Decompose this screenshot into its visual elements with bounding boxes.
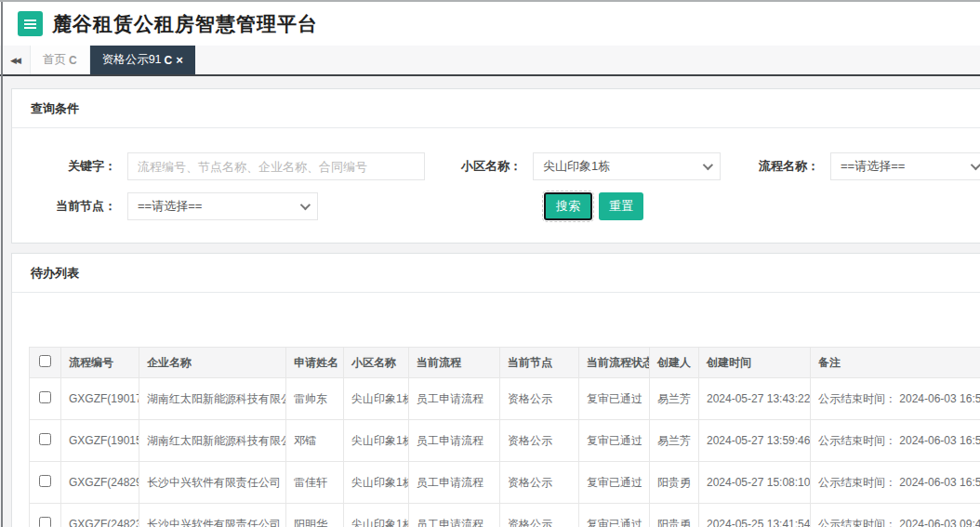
table-cell: 公示结束时间： 2024-06-03 09:43:20 bbox=[811, 504, 980, 527]
table-cell: 复审已通过 bbox=[579, 504, 650, 527]
current-node-select[interactable]: ==请选择== bbox=[127, 192, 318, 220]
row-checkbox-cell bbox=[30, 378, 61, 420]
tab-label: 首页 bbox=[43, 52, 66, 68]
row-checkbox[interactable] bbox=[39, 391, 51, 403]
table-cell: 2024-05-27 13:43:22 bbox=[699, 378, 811, 420]
select-value: 尖山印象1栋 bbox=[543, 158, 695, 175]
column-header: 当前流程 bbox=[409, 348, 500, 378]
table-cell: 复审已通过 bbox=[579, 378, 650, 420]
table-cell: 2024-05-27 13:59:46 bbox=[699, 420, 811, 462]
query-panel: 查询条件 关键字： 小区名称： 尖山印象1栋 流程名称： ==请选择== 当前节… bbox=[11, 88, 980, 244]
todo-table: 流程编号企业名称申请姓名小区名称当前流程当前节点当前流程状态创建人创建时间备注 … bbox=[29, 347, 980, 527]
tab-bar: ◀◀ 首页 C 资格公示91 C × bbox=[0, 46, 980, 76]
table-cell: 2024-05-25 13:41:54 bbox=[699, 504, 811, 527]
tabs-collapse-button[interactable]: ◀◀ bbox=[0, 46, 30, 74]
column-header: 创建人 bbox=[650, 348, 699, 378]
table-cell: 长沙中兴软件有限责任公司 bbox=[139, 504, 286, 527]
tab-home[interactable]: 首页 C bbox=[30, 46, 90, 74]
tab-qualification-publicity[interactable]: 资格公示91 C × bbox=[90, 46, 195, 74]
table-row: GXGZF(24829)长沙中兴软件有限责任公司雷佳轩尖山印象1栋员工申请流程资… bbox=[30, 462, 980, 504]
table-cell: 湖南红太阳新能源科技有限公司 bbox=[139, 378, 286, 420]
refresh-icon[interactable]: C bbox=[165, 54, 173, 67]
query-form: 关键字： 小区名称： 尖山印象1栋 流程名称： ==请选择== 当前节点： ==… bbox=[12, 128, 980, 243]
keyword-input[interactable] bbox=[127, 152, 425, 180]
table-cell: 阳明华 bbox=[286, 504, 344, 527]
table-cell: 公示结束时间： 2024-06-03 16:54:52 bbox=[811, 462, 980, 504]
table-header-row: 流程编号企业名称申请姓名小区名称当前流程当前节点当前流程状态创建人创建时间备注 bbox=[30, 348, 980, 378]
select-all-cell bbox=[30, 348, 61, 378]
column-header: 备注 bbox=[811, 348, 980, 378]
menu-toggle-button[interactable] bbox=[18, 11, 43, 36]
table-cell: GXGZF(19015) bbox=[61, 420, 139, 462]
app-header: 麓谷租赁公租房智慧管理平台 bbox=[0, 2, 980, 46]
select-value: ==请选择== bbox=[138, 198, 293, 215]
row-checkbox-cell bbox=[30, 504, 61, 527]
column-header: 小区名称 bbox=[344, 348, 409, 378]
community-label: 小区名称： bbox=[425, 158, 533, 175]
column-header: 当前流程状态 bbox=[579, 348, 650, 378]
table-cell: 易兰芳 bbox=[650, 420, 699, 462]
refresh-icon[interactable]: C bbox=[69, 54, 77, 67]
community-select[interactable]: 尖山印象1栋 bbox=[533, 152, 721, 180]
table-row: GXGZF(19015)湖南红太阳新能源科技有限公司邓镭尖山印象1栋员工申请流程… bbox=[30, 420, 980, 462]
table-cell: 尖山印象1栋 bbox=[344, 420, 409, 462]
process-name-select[interactable]: ==请选择== bbox=[830, 152, 980, 180]
table-cell: GXGZF(24823) bbox=[61, 504, 139, 527]
column-header: 创建时间 bbox=[699, 348, 811, 378]
table-row: GXGZF(24823)长沙中兴软件有限责任公司阳明华尖山印象1栋员工申请流程资… bbox=[30, 504, 980, 527]
select-all-checkbox[interactable] bbox=[39, 355, 51, 367]
row-checkbox[interactable] bbox=[39, 517, 51, 527]
app-title: 麓谷租赁公租房智慧管理平台 bbox=[52, 11, 318, 37]
search-button[interactable]: 搜索 bbox=[544, 192, 592, 220]
table-cell: 资格公示 bbox=[500, 378, 579, 420]
table-cell: 公示结束时间： 2024-06-03 16:55:03 bbox=[811, 420, 980, 462]
chevron-down-icon bbox=[300, 200, 311, 210]
table-cell: 员工申请流程 bbox=[409, 504, 500, 527]
row-checkbox-cell bbox=[30, 462, 61, 504]
close-icon[interactable]: × bbox=[176, 53, 183, 67]
table-cell: 易兰芳 bbox=[650, 378, 699, 420]
double-left-arrow-icon: ◀◀ bbox=[10, 56, 20, 65]
window-left-edge bbox=[1, 2, 3, 527]
table-cell: 阳贵勇 bbox=[650, 462, 699, 504]
table-cell: 资格公示 bbox=[500, 462, 579, 504]
table-cell: 湖南红太阳新能源科技有限公司 bbox=[139, 420, 286, 462]
table-cell: 雷帅东 bbox=[286, 378, 344, 420]
table-cell: 员工申请流程 bbox=[409, 462, 500, 504]
query-panel-title: 查询条件 bbox=[12, 89, 980, 128]
column-header: 申请姓名 bbox=[286, 348, 344, 378]
todo-table-wrap: 流程编号企业名称申请姓名小区名称当前流程当前节点当前流程状态创建人创建时间备注 … bbox=[29, 347, 980, 527]
row-checkbox-cell bbox=[30, 420, 61, 462]
keyword-label: 关键字： bbox=[12, 158, 127, 175]
table-cell: 复审已通过 bbox=[579, 462, 650, 504]
table-cell: 尖山印象1栋 bbox=[344, 378, 409, 420]
table-cell: 资格公示 bbox=[500, 420, 579, 462]
table-cell: GXGZF(24829) bbox=[61, 462, 139, 504]
table-cell: 尖山印象1栋 bbox=[344, 462, 409, 504]
chevron-down-icon bbox=[971, 160, 980, 170]
table-row: GXGZF(19017)湖南红太阳新能源科技有限公司雷帅东尖山印象1栋员工申请流… bbox=[30, 378, 980, 420]
select-value: ==请选择== bbox=[841, 158, 963, 175]
content-area: 查询条件 关键字： 小区名称： 尖山印象1栋 流程名称： ==请选择== 当前节… bbox=[0, 76, 980, 525]
current-node-label: 当前节点： bbox=[12, 198, 127, 215]
column-header: 当前节点 bbox=[500, 348, 579, 378]
table-cell: 雷佳轩 bbox=[286, 462, 344, 504]
table-cell: 资格公示 bbox=[500, 504, 579, 527]
table-cell: 员工申请流程 bbox=[409, 420, 500, 462]
chevron-down-icon bbox=[703, 160, 713, 170]
table-cell: 员工申请流程 bbox=[409, 378, 500, 420]
todo-panel: 待办列表 流程编号企业名称申请姓名小区名称当前流程当前节点当前流程状态创建人创建… bbox=[11, 253, 980, 527]
table-cell: 长沙中兴软件有限责任公司 bbox=[139, 462, 286, 504]
table-cell: 邓镭 bbox=[286, 420, 344, 462]
table-cell: 公示结束时间： 2024-06-03 16:55:12 bbox=[811, 378, 980, 420]
column-header: 企业名称 bbox=[139, 348, 286, 378]
table-cell: 2024-05-27 15:08:10 bbox=[699, 462, 811, 504]
hamburger-icon bbox=[24, 23, 36, 25]
reset-button[interactable]: 重置 bbox=[599, 192, 643, 220]
todo-panel-title: 待办列表 bbox=[12, 254, 980, 293]
table-body: GXGZF(19017)湖南红太阳新能源科技有限公司雷帅东尖山印象1栋员工申请流… bbox=[30, 378, 980, 527]
row-checkbox[interactable] bbox=[39, 433, 51, 445]
table-cell: 阳贵勇 bbox=[650, 504, 699, 527]
process-name-label: 流程名称： bbox=[721, 158, 830, 175]
row-checkbox[interactable] bbox=[39, 475, 51, 487]
